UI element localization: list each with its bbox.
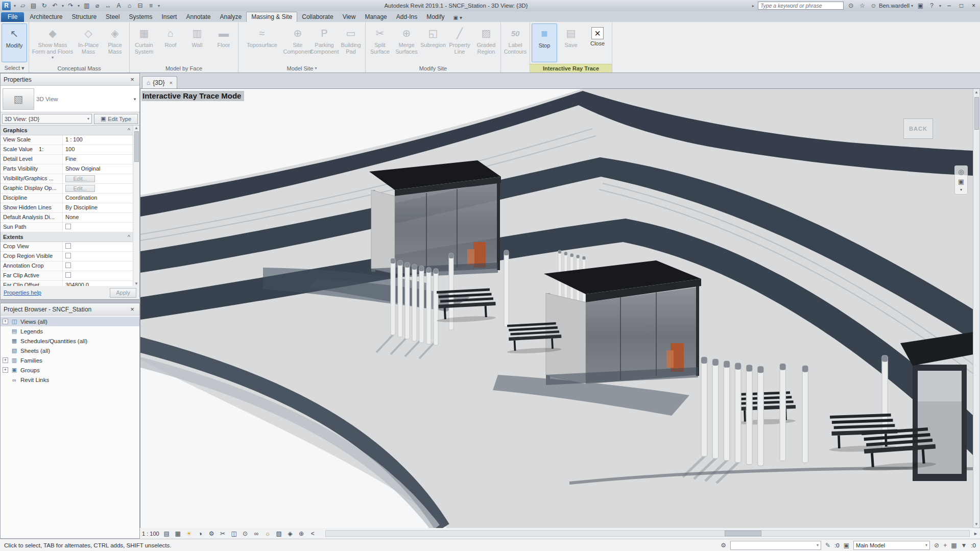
expand-icon[interactable]: + (3, 357, 8, 363)
floor-button[interactable]: ▬ Floor (211, 23, 236, 62)
qat-overflow-icon[interactable]: ▸ (752, 4, 754, 8)
undo-icon[interactable]: ↶ (51, 2, 59, 9)
highlight-displacement-icon[interactable]: ⊕ (298, 530, 305, 537)
tab-collaborate[interactable]: Collaborate (297, 12, 338, 22)
panel-label-select[interactable]: Select ▾ (0, 64, 29, 73)
tab-annotate[interactable]: Annotate (181, 12, 215, 22)
minimize-button[interactable]: – (945, 2, 953, 9)
prop-default-analysis-value[interactable]: None (63, 213, 133, 222)
panel-label-model-site[interactable]: Model Site ▾ (238, 64, 365, 73)
design-options-icon[interactable]: ▣ (844, 542, 849, 549)
prop-sun-path-checkbox[interactable] (63, 223, 133, 232)
tab-massing-site[interactable]: Massing & Site (246, 12, 297, 22)
tab-architecture[interactable]: Architecture (25, 12, 67, 22)
search-input[interactable] (758, 2, 844, 10)
prop-far-clip-offset-value[interactable]: 304800.0 (63, 281, 133, 286)
scrollbar-thumb[interactable] (134, 131, 139, 162)
view-instance-combo[interactable]: 3D View: {3D} ▾ (2, 114, 92, 124)
visual-style-icon[interactable]: ▦ (174, 530, 182, 537)
graded-region-button[interactable]: ▨ Graded Region (473, 23, 499, 62)
tab-addins[interactable]: Add-Ins (392, 12, 422, 22)
label-contours-button[interactable]: 50 Label Contours (503, 23, 528, 62)
group-collapse-icon[interactable]: ^ (128, 234, 130, 240)
tree-item-revit-links[interactable]: ∞ Revit Links (1, 375, 139, 385)
app-menu-caret-icon[interactable]: ▾ (14, 4, 16, 8)
filter-icon[interactable]: ▼ (961, 542, 967, 549)
3d-viewport-canvas[interactable]: Interactive Ray Trace Mode BACK ◎ ▣ ▾ (140, 89, 973, 528)
workset-combo[interactable]: ▾ (730, 541, 821, 550)
building-pad-button[interactable]: ▭ Building Pad (338, 23, 364, 62)
tab-systems[interactable]: Systems (124, 12, 157, 22)
thin-lines-icon[interactable]: ≡ (147, 2, 155, 9)
tab-close-icon[interactable]: × (170, 80, 173, 86)
help-icon[interactable]: ? (928, 2, 936, 9)
wall-button[interactable]: ▥ Wall (184, 23, 210, 62)
redo-icon[interactable]: ↷ (67, 2, 75, 9)
tab-3d-view[interactable]: ⌂ {3D} × (142, 76, 177, 88)
prop-parts-visibility-value[interactable]: Show Original (63, 164, 133, 174)
prop-show-hidden-lines-value[interactable]: By Discipline (63, 203, 133, 212)
print-icon[interactable]: ▥ (83, 2, 90, 9)
expand-icon[interactable]: + (3, 319, 8, 324)
tree-item-legends[interactable]: ▤ Legends (1, 326, 139, 336)
group-graphics[interactable]: Graphics ^ (1, 126, 133, 135)
scroll-up-icon[interactable]: ▲ (974, 89, 978, 95)
roof-button[interactable]: ⌂ Roof (158, 23, 183, 62)
viewcube[interactable]: BACK (903, 118, 933, 139)
editing-requests-icon[interactable]: ✎ (825, 542, 830, 549)
split-surface-button[interactable]: ✂ Split Surface (367, 23, 393, 62)
tree-item-groups[interactable]: + ▣ Groups (1, 365, 139, 375)
tab-file[interactable]: File (1, 12, 24, 22)
properties-scrollbar[interactable]: ▲ ▼ (133, 126, 139, 286)
in-place-mass-button[interactable]: ◇ In-Place Mass (76, 23, 101, 62)
close-ray-trace-button[interactable]: × Close (585, 23, 610, 62)
tab-steel[interactable]: Steel (101, 12, 124, 22)
selection-toggle-icon[interactable]: ▦ (951, 542, 957, 549)
temporary-hide-isolate-icon[interactable]: ∞ (253, 530, 260, 537)
project-browser-close-icon[interactable]: × (128, 305, 136, 313)
temporary-view-properties-icon[interactable]: ▧ (275, 530, 283, 537)
model-site-dialog-icon[interactable]: ▾ (315, 66, 317, 70)
prop-crop-view-checkbox[interactable] (63, 242, 133, 251)
revit-logo-icon[interactable]: R (2, 2, 11, 10)
crop-view-icon[interactable]: ✂ (219, 530, 227, 537)
edit-type-button[interactable]: ▣ Edit Type (94, 114, 138, 124)
toposurface-button[interactable]: ≈ Toposurface (240, 23, 284, 62)
viewport-horizontal-scrollbar[interactable] (325, 530, 970, 537)
navigation-bar[interactable]: ◎ ▣ ▾ (954, 165, 968, 195)
scroll-up-icon[interactable]: ▲ (134, 126, 138, 130)
aligned-dimension-icon[interactable]: ↔ (104, 2, 112, 9)
tab-manage[interactable]: Manage (360, 12, 391, 22)
app-store-cart-icon[interactable]: ▣ (917, 2, 924, 9)
close-button[interactable]: × (969, 2, 978, 9)
viewport-vertical-scrollbar[interactable]: ▲ ▼ (973, 89, 979, 528)
tree-item-families[interactable]: + ▥ Families (1, 355, 139, 365)
tab-analyze[interactable]: Analyze (216, 12, 247, 22)
parking-component-button[interactable]: P Parking Component (312, 23, 337, 62)
tree-item-schedules[interactable]: ▦ Schedules/Quantities (all) (1, 336, 139, 346)
subregion-button[interactable]: ◱ Subregion (420, 23, 446, 62)
scroll-down-icon[interactable]: ▼ (134, 281, 138, 286)
site-component-button[interactable]: ⊕ Site Component (285, 23, 310, 62)
unlock-view-icon[interactable]: ⊙ (242, 530, 249, 537)
prop-crop-region-checkbox[interactable] (63, 252, 133, 261)
view-scale-control[interactable]: 1 : 100 (142, 531, 159, 537)
expand-icon[interactable]: + (3, 367, 8, 373)
tab-view[interactable]: View (338, 12, 361, 22)
pan-zoom-icon[interactable]: ▣ (958, 178, 964, 185)
group-collapse-icon[interactable]: ^ (128, 127, 130, 133)
detail-level-icon[interactable]: ▤ (163, 530, 171, 537)
tree-item-sheets[interactable]: ▧ Sheets (all) (1, 346, 139, 355)
collapse-viewbar-icon[interactable]: < (309, 530, 317, 537)
prop-view-scale-value[interactable]: 1 : 100 (63, 135, 133, 145)
search-icon[interactable]: ⊙ (847, 2, 855, 9)
undo-caret-icon[interactable]: ▾ (62, 4, 64, 8)
sun-path-icon[interactable]: ☀ (185, 530, 193, 537)
type-selector-caret-icon[interactable]: ▾ (130, 97, 139, 102)
section-icon[interactable]: ⊟ (136, 2, 144, 9)
curtain-system-button[interactable]: ▦ Curtain System (131, 23, 157, 62)
save-icon[interactable]: ▤ (30, 2, 37, 9)
type-selector[interactable]: ▧ 3D View ▾ (1, 86, 139, 112)
maximize-button[interactable]: □ (957, 2, 966, 9)
show-crop-region-icon[interactable]: ◫ (230, 530, 238, 537)
